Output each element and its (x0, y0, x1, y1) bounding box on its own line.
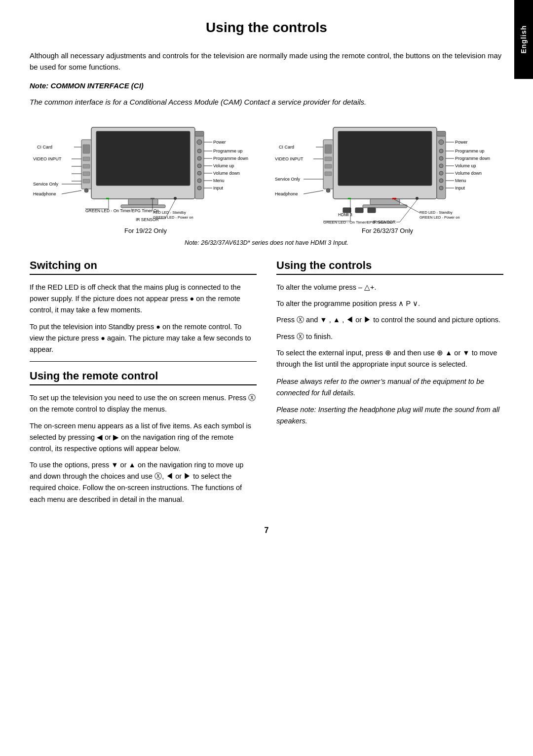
svg-text:Volume down: Volume down (455, 171, 482, 176)
svg-rect-19 (83, 164, 90, 168)
svg-text:Programme down: Programme down (455, 156, 490, 161)
svg-rect-77 (368, 208, 376, 213)
svg-text:CI Card: CI Card (279, 145, 294, 150)
svg-text:GREEN LED - Power on: GREEN LED - Power on (419, 215, 460, 220)
svg-text:Power: Power (455, 140, 468, 145)
svg-text:Menu: Menu (213, 178, 225, 183)
controls-para-2: To alter the programme position press ∧ … (276, 298, 503, 309)
svg-text:Power: Power (213, 140, 226, 145)
page-container: English Using the controls Although all … (0, 0, 533, 756)
svg-rect-20 (83, 172, 90, 176)
svg-rect-81 (325, 172, 332, 176)
controls-para-5: To select the external input, press ⊕ an… (276, 347, 503, 370)
svg-text:GREEN LED - Power on: GREEN LED - Power on (153, 215, 193, 220)
remote-para-2: The on-screen menu appears as a list of … (30, 420, 257, 455)
svg-text:Headphone: Headphone (275, 191, 298, 196)
svg-text:Volume down: Volume down (213, 171, 240, 176)
diagrams-section: Power Programme up Programme down Volume… (30, 117, 503, 234)
svg-point-69 (439, 179, 443, 183)
diagram-left: Power Programme up Programme down Volume… (30, 117, 262, 234)
svg-text:Service Only: Service Only (33, 182, 59, 187)
using-controls-title: Using the controls (276, 256, 503, 275)
switching-on-text: If the RED LED is off check that the mai… (30, 282, 257, 355)
svg-point-10 (197, 171, 201, 175)
svg-text:VIDEO INPUT: VIDEO INPUT (33, 156, 62, 161)
svg-rect-13 (195, 131, 204, 136)
controls-para-3: Press Ⓧ and ▼ , ▲ , ◀ or ▶ to control th… (276, 314, 503, 326)
svg-text:Input: Input (455, 186, 465, 190)
page-number: 7 (30, 526, 503, 535)
divider-1 (30, 361, 257, 362)
svg-rect-1 (96, 131, 190, 186)
controls-italic-1: Please always refer to the owner’s manua… (276, 376, 503, 399)
remote-control-title: Using the remote control (30, 367, 257, 385)
svg-point-11 (197, 179, 201, 183)
controls-italic-text: Please always refer to the owner’s manua… (276, 376, 503, 427)
svg-point-22 (84, 189, 88, 192)
svg-text:RED LED - Standby: RED LED - Standby (419, 210, 453, 215)
using-controls-text: To alter the volume press – △+. To alter… (276, 282, 503, 370)
switching-on-title: Switching on (30, 256, 257, 275)
svg-point-66 (439, 156, 443, 160)
svg-rect-17 (83, 145, 90, 153)
diagram-left-image: Power Programme up Programme down Volume… (32, 117, 259, 226)
svg-point-74 (416, 197, 419, 200)
svg-line-108 (400, 200, 417, 222)
svg-point-16 (174, 197, 177, 200)
diagram-right-label: For 26/32/37 Only (362, 227, 413, 234)
note-title: Note: COMMON INTERFACE (CI) (30, 80, 503, 92)
diagram-right: Power Programme up Programme down Volume… (271, 117, 503, 234)
svg-point-8 (197, 156, 201, 160)
svg-rect-15 (151, 198, 154, 199)
note-text: The common interface is for a Conditiona… (30, 97, 503, 108)
svg-point-12 (197, 186, 201, 190)
svg-text:GREEN LED - On Timer/EPG Timer: GREEN LED - On Timer/EPG Timer On (85, 208, 159, 213)
remote-control-text: To set up the television you need to use… (30, 392, 257, 505)
svg-point-67 (439, 164, 443, 168)
svg-rect-59 (338, 131, 432, 186)
svg-text:GREEN LED - On Timer/EPG Timer: GREEN LED - On Timer/EPG Timer On (323, 220, 392, 225)
tv-diagram-left-svg: Power Programme up Programme down Volume… (32, 117, 259, 226)
svg-rect-18 (83, 157, 90, 161)
diagram-left-label: For 19/22 Only (124, 227, 167, 234)
svg-rect-2 (128, 199, 158, 205)
svg-rect-78 (325, 145, 332, 153)
svg-text:VIDEO INPUT: VIDEO INPUT (275, 156, 304, 161)
remote-para-1: To set up the television you need to use… (30, 392, 257, 415)
svg-rect-21 (83, 179, 90, 183)
svg-point-9 (197, 164, 201, 168)
controls-para-1: To alter the volume press – △+. (276, 282, 503, 293)
svg-point-82 (326, 189, 330, 192)
svg-line-47 (62, 190, 81, 194)
side-tab: English (514, 0, 533, 79)
controls-italic-2: Please note: Inserting the headphone plu… (276, 404, 503, 427)
svg-line-103 (304, 190, 323, 194)
svg-rect-71 (437, 131, 446, 136)
svg-text:Programme up: Programme up (213, 149, 243, 153)
svg-text:Input: Input (213, 186, 224, 190)
main-content: Switching on If the RED LED is off check… (30, 256, 503, 511)
switching-on-para-2: To put the television into Standby press… (30, 321, 257, 356)
svg-text:Programme down: Programme down (213, 156, 248, 161)
svg-point-65 (439, 149, 443, 153)
svg-text:Volume up: Volume up (455, 163, 476, 168)
svg-point-68 (439, 171, 443, 175)
switching-on-para-1: If the RED LED is off check that the mai… (30, 282, 257, 316)
svg-point-64 (439, 140, 444, 145)
svg-point-70 (439, 186, 443, 190)
svg-text:RED LED - Standby: RED LED - Standby (153, 210, 186, 215)
diagram-right-image: Power Programme up Programme down Volume… (274, 117, 501, 226)
svg-point-7 (197, 149, 201, 153)
remote-para-3: To use the options, press ▼ or ▲ on the … (30, 459, 257, 505)
svg-rect-76 (355, 208, 363, 213)
diagram-note: Note: 26/32/37AV613D* series does not ha… (30, 239, 503, 246)
note-title-bold: Note: COMMON INTERFACE (CI) (30, 81, 144, 90)
svg-rect-72 (348, 198, 351, 199)
svg-text:Programme up: Programme up (455, 149, 485, 153)
controls-para-4: Press Ⓧ to finish. (276, 331, 503, 342)
page-title: Using the controls (30, 20, 503, 36)
svg-rect-79 (325, 157, 332, 161)
svg-text:Service Only: Service Only (275, 177, 301, 182)
svg-point-6 (197, 140, 202, 145)
svg-text:Menu: Menu (455, 178, 466, 183)
